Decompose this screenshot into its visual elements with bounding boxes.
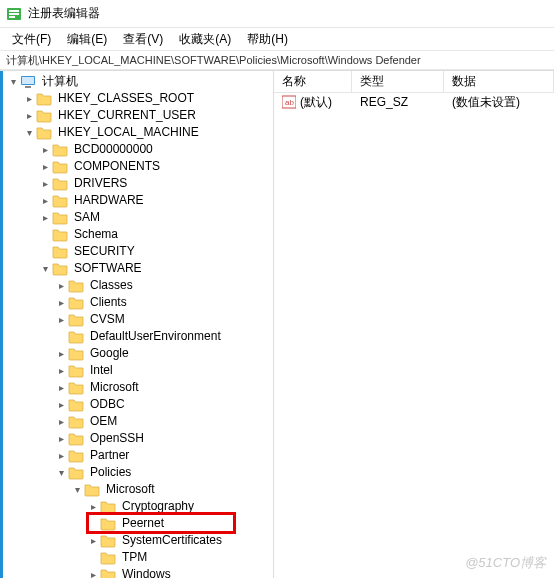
folder-icon (68, 449, 84, 463)
chevron-right-icon[interactable]: ▸ (54, 279, 68, 293)
chevron-down-icon[interactable]: ▾ (6, 75, 20, 89)
folder-icon (100, 551, 116, 565)
folder-icon (52, 160, 68, 174)
chevron-right-icon[interactable]: ▸ (54, 415, 68, 429)
chevron-right-icon[interactable]: ▸ (38, 194, 52, 208)
chevron-right-icon[interactable]: ▸ (54, 313, 68, 327)
chevron-right-icon[interactable]: ▸ (54, 347, 68, 361)
folder-icon (100, 534, 116, 548)
chevron-down-icon[interactable]: ▾ (38, 262, 52, 276)
node-due[interactable]: DefaultUserEnvironment (0, 328, 273, 345)
menu-help[interactable]: 帮助(H) (239, 29, 296, 50)
main-area: ▾计算机▸HKEY_CLASSES_ROOT▸HKEY_CURRENT_USER… (0, 70, 554, 578)
node-software[interactable]: ▾SOFTWARE (0, 260, 273, 277)
node-hklm[interactable]: ▾HKEY_LOCAL_MACHINE (0, 124, 273, 141)
chevron-right-icon[interactable]: ▸ (38, 177, 52, 191)
chevron-right-icon[interactable]: ▸ (38, 211, 52, 225)
chevron-right-icon[interactable]: ▸ (86, 568, 100, 579)
node-openssh-label: OpenSSH (88, 430, 146, 447)
svg-rect-6 (25, 86, 31, 88)
selection-bar (0, 71, 3, 578)
chevron-right-icon[interactable]: ▸ (54, 364, 68, 378)
node-computer[interactable]: ▾计算机 (0, 73, 273, 90)
column-type[interactable]: 类型 (352, 71, 444, 92)
chevron-right-icon[interactable]: ▸ (54, 381, 68, 395)
node-components[interactable]: ▸COMPONENTS (0, 158, 273, 175)
folder-icon (36, 109, 52, 123)
node-cryptography-label: Cryptography (120, 498, 196, 515)
address-bar[interactable]: 计算机\HKEY_LOCAL_MACHINE\SOFTWARE\Policies… (0, 50, 554, 70)
node-classes[interactable]: ▸Classes (0, 277, 273, 294)
menu-view[interactable]: 查看(V) (115, 29, 171, 50)
list-row-default[interactable]: ab (默认) REG_SZ (数值未设置) (274, 93, 554, 111)
folder-icon (52, 262, 68, 276)
node-odbc[interactable]: ▸ODBC (0, 396, 273, 413)
chevron-down-icon[interactable]: ▾ (22, 126, 36, 140)
node-software-label: SOFTWARE (72, 260, 144, 277)
chevron-down-icon[interactable]: ▾ (70, 483, 84, 497)
chevron-down-icon[interactable]: ▾ (54, 466, 68, 480)
node-drivers[interactable]: ▸DRIVERS (0, 175, 273, 192)
node-peernet[interactable]: Peernet (0, 515, 273, 532)
chevron-right-icon[interactable]: ▸ (22, 92, 36, 106)
node-clients[interactable]: ▸Clients (0, 294, 273, 311)
node-hkcr[interactable]: ▸HKEY_CLASSES_ROOT (0, 90, 273, 107)
node-systemcertificates[interactable]: ▸SystemCertificates (0, 532, 273, 549)
column-name[interactable]: 名称 (274, 71, 352, 92)
node-intel-label: Intel (88, 362, 115, 379)
node-policies-microsoft[interactable]: ▾Microsoft (0, 481, 273, 498)
menu-favorites[interactable]: 收藏夹(A) (171, 29, 239, 50)
list-pane[interactable]: 名称 类型 数据 ab (默认) REG_SZ (数值未设置) (274, 71, 554, 578)
chevron-right-icon[interactable]: ▸ (86, 500, 100, 514)
folder-icon (68, 313, 84, 327)
node-microsoft[interactable]: ▸Microsoft (0, 379, 273, 396)
node-hardware[interactable]: ▸HARDWARE (0, 192, 273, 209)
node-partner[interactable]: ▸Partner (0, 447, 273, 464)
node-tpm[interactable]: TPM (0, 549, 273, 566)
column-data[interactable]: 数据 (444, 71, 554, 92)
node-cryptography[interactable]: ▸Cryptography (0, 498, 273, 515)
node-openssh[interactable]: ▸OpenSSH (0, 430, 273, 447)
node-classes-label: Classes (88, 277, 135, 294)
chevron-right-icon[interactable]: ▸ (38, 160, 52, 174)
node-security[interactable]: SECURITY (0, 243, 273, 260)
node-oem[interactable]: ▸OEM (0, 413, 273, 430)
folder-icon (68, 415, 84, 429)
folder-icon (36, 126, 52, 140)
node-systemcertificates-label: SystemCertificates (120, 532, 224, 549)
folder-icon (52, 177, 68, 191)
chevron-right-icon[interactable]: ▸ (54, 432, 68, 446)
node-bcd[interactable]: ▸BCD00000000 (0, 141, 273, 158)
node-intel[interactable]: ▸Intel (0, 362, 273, 379)
folder-icon (68, 330, 84, 344)
node-drivers-label: DRIVERS (72, 175, 129, 192)
folder-icon (68, 296, 84, 310)
computer-icon (20, 75, 36, 89)
chevron-right-icon[interactable]: ▸ (86, 534, 100, 548)
svg-rect-5 (22, 77, 34, 84)
node-partner-label: Partner (88, 447, 131, 464)
node-bcd-label: BCD00000000 (72, 141, 155, 158)
node-windows[interactable]: ▸Windows (0, 566, 273, 578)
menu-file[interactable]: 文件(F) (4, 29, 59, 50)
chevron-right-icon[interactable]: ▸ (38, 143, 52, 157)
node-sam[interactable]: ▸SAM (0, 209, 273, 226)
node-policies[interactable]: ▾Policies (0, 464, 273, 481)
node-peernet-label: Peernet (120, 515, 166, 532)
node-google[interactable]: ▸Google (0, 345, 273, 362)
twist-none (38, 245, 52, 259)
folder-icon (52, 143, 68, 157)
chevron-right-icon[interactable]: ▸ (54, 449, 68, 463)
tree-pane[interactable]: ▾计算机▸HKEY_CLASSES_ROOT▸HKEY_CURRENT_USER… (0, 71, 274, 578)
node-hkcu[interactable]: ▸HKEY_CURRENT_USER (0, 107, 273, 124)
chevron-right-icon[interactable]: ▸ (54, 398, 68, 412)
address-path: 计算机\HKEY_LOCAL_MACHINE\SOFTWARE\Policies… (6, 53, 421, 68)
folder-icon (68, 381, 84, 395)
node-cvsm[interactable]: ▸CVSM (0, 311, 273, 328)
node-security-label: SECURITY (72, 243, 137, 260)
chevron-right-icon[interactable]: ▸ (22, 109, 36, 123)
node-components-label: COMPONENTS (72, 158, 162, 175)
menu-edit[interactable]: 编辑(E) (59, 29, 115, 50)
chevron-right-icon[interactable]: ▸ (54, 296, 68, 310)
node-schema[interactable]: Schema (0, 226, 273, 243)
